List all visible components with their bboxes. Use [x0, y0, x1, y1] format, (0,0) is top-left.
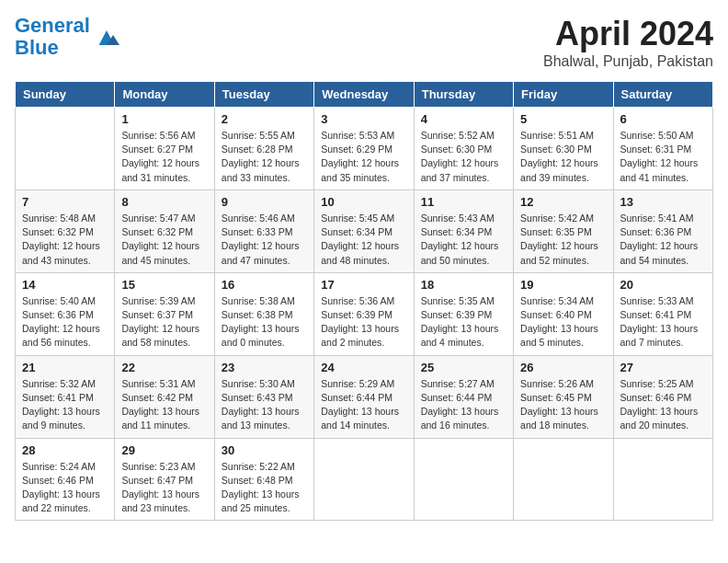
calendar-cell: 27Sunrise: 5:25 AM Sunset: 6:46 PM Dayli… — [613, 355, 712, 438]
day-number: 8 — [121, 195, 207, 209]
calendar-cell: 15Sunrise: 5:39 AM Sunset: 6:37 PM Dayli… — [115, 272, 214, 355]
calendar-cell — [414, 438, 513, 521]
calendar-cell: 2Sunrise: 5:55 AM Sunset: 6:28 PM Daylig… — [214, 108, 313, 190]
calendar-cell: 8Sunrise: 5:47 AM Sunset: 6:32 PM Daylig… — [115, 190, 214, 272]
week-row-2: 7Sunrise: 5:48 AM Sunset: 6:32 PM Daylig… — [16, 190, 713, 272]
calendar-cell: 26Sunrise: 5:26 AM Sunset: 6:45 PM Dayli… — [514, 355, 613, 438]
header: GeneralBlue April 2024 Bhalwal, Punjab, … — [15, 15, 713, 70]
logo-icon — [94, 24, 119, 50]
day-number: 15 — [121, 278, 207, 292]
day-number: 23 — [222, 361, 307, 374]
day-number: 21 — [22, 361, 108, 374]
logo-text: GeneralBlue — [15, 15, 90, 59]
cell-info: Sunrise: 5:24 AM Sunset: 6:46 PM Dayligh… — [22, 460, 108, 516]
day-header-wednesday: Wednesday — [314, 82, 414, 108]
calendar-cell: 11Sunrise: 5:43 AM Sunset: 6:34 PM Dayli… — [414, 190, 513, 272]
month-year: April 2024 — [543, 15, 713, 53]
day-number: 4 — [421, 112, 506, 126]
cell-info: Sunrise: 5:55 AM Sunset: 6:28 PM Dayligh… — [222, 129, 307, 185]
day-number: 11 — [421, 195, 506, 209]
week-row-3: 14Sunrise: 5:40 AM Sunset: 6:36 PM Dayli… — [16, 272, 713, 355]
day-number: 6 — [620, 112, 706, 126]
cell-info: Sunrise: 5:30 AM Sunset: 6:43 PM Dayligh… — [222, 377, 307, 433]
day-number: 14 — [22, 278, 108, 292]
logo: GeneralBlue — [15, 15, 119, 59]
week-row-5: 28Sunrise: 5:24 AM Sunset: 6:46 PM Dayli… — [16, 438, 713, 521]
day-header-thursday: Thursday — [414, 82, 513, 108]
cell-info: Sunrise: 5:46 AM Sunset: 6:33 PM Dayligh… — [222, 212, 307, 268]
day-header-friday: Friday — [514, 82, 613, 108]
calendar-cell — [514, 438, 613, 521]
day-number: 10 — [321, 195, 406, 209]
cell-info: Sunrise: 5:36 AM Sunset: 6:39 PM Dayligh… — [321, 294, 406, 350]
location: Bhalwal, Punjab, Pakistan — [543, 53, 713, 70]
cell-info: Sunrise: 5:34 AM Sunset: 6:40 PM Dayligh… — [520, 294, 606, 350]
week-row-1: 1Sunrise: 5:56 AM Sunset: 6:27 PM Daylig… — [16, 108, 713, 190]
day-number: 3 — [321, 112, 406, 126]
cell-info: Sunrise: 5:29 AM Sunset: 6:44 PM Dayligh… — [321, 377, 406, 433]
cell-info: Sunrise: 5:47 AM Sunset: 6:32 PM Dayligh… — [121, 212, 207, 268]
calendar-cell: 21Sunrise: 5:32 AM Sunset: 6:41 PM Dayli… — [16, 355, 115, 438]
calendar-cell: 9Sunrise: 5:46 AM Sunset: 6:33 PM Daylig… — [214, 190, 313, 272]
day-number: 2 — [222, 112, 307, 126]
cell-info: Sunrise: 5:42 AM Sunset: 6:35 PM Dayligh… — [520, 212, 606, 268]
cell-info: Sunrise: 5:56 AM Sunset: 6:27 PM Dayligh… — [121, 129, 207, 185]
cell-info: Sunrise: 5:32 AM Sunset: 6:41 PM Dayligh… — [22, 377, 108, 433]
day-header-tuesday: Tuesday — [214, 82, 313, 108]
cell-info: Sunrise: 5:25 AM Sunset: 6:46 PM Dayligh… — [620, 377, 706, 433]
calendar-cell — [16, 108, 115, 190]
calendar-cell: 19Sunrise: 5:34 AM Sunset: 6:40 PM Dayli… — [514, 272, 613, 355]
cell-info: Sunrise: 5:33 AM Sunset: 6:41 PM Dayligh… — [620, 294, 706, 350]
day-number: 7 — [22, 195, 108, 209]
day-number: 26 — [520, 361, 606, 374]
day-number: 20 — [620, 278, 706, 292]
calendar-cell: 12Sunrise: 5:42 AM Sunset: 6:35 PM Dayli… — [514, 190, 613, 272]
cell-info: Sunrise: 5:40 AM Sunset: 6:36 PM Dayligh… — [22, 294, 108, 350]
calendar-cell: 28Sunrise: 5:24 AM Sunset: 6:46 PM Dayli… — [16, 438, 115, 521]
cell-info: Sunrise: 5:51 AM Sunset: 6:30 PM Dayligh… — [520, 129, 606, 185]
cell-info: Sunrise: 5:45 AM Sunset: 6:34 PM Dayligh… — [321, 212, 406, 268]
cell-info: Sunrise: 5:27 AM Sunset: 6:44 PM Dayligh… — [421, 377, 506, 433]
cell-info: Sunrise: 5:23 AM Sunset: 6:47 PM Dayligh… — [121, 460, 207, 516]
calendar-table: SundayMondayTuesdayWednesdayThursdayFrid… — [15, 81, 713, 521]
cell-info: Sunrise: 5:43 AM Sunset: 6:34 PM Dayligh… — [421, 212, 506, 268]
day-number: 18 — [421, 278, 506, 292]
day-number: 16 — [222, 278, 307, 292]
day-number: 27 — [620, 361, 706, 374]
day-number: 19 — [520, 278, 606, 292]
cell-info: Sunrise: 5:31 AM Sunset: 6:42 PM Dayligh… — [121, 377, 207, 433]
cell-info: Sunrise: 5:38 AM Sunset: 6:38 PM Dayligh… — [222, 294, 307, 350]
calendar-cell: 1Sunrise: 5:56 AM Sunset: 6:27 PM Daylig… — [115, 108, 214, 190]
day-number: 17 — [321, 278, 406, 292]
day-number: 22 — [121, 361, 207, 374]
cell-info: Sunrise: 5:50 AM Sunset: 6:31 PM Dayligh… — [620, 129, 706, 185]
day-number: 25 — [421, 361, 506, 374]
cell-info: Sunrise: 5:26 AM Sunset: 6:45 PM Dayligh… — [520, 377, 606, 433]
calendar-cell: 10Sunrise: 5:45 AM Sunset: 6:34 PM Dayli… — [314, 190, 414, 272]
calendar-cell — [613, 438, 712, 521]
calendar-cell: 17Sunrise: 5:36 AM Sunset: 6:39 PM Dayli… — [314, 272, 414, 355]
day-number: 9 — [222, 195, 307, 209]
calendar-cell: 29Sunrise: 5:23 AM Sunset: 6:47 PM Dayli… — [115, 438, 214, 521]
day-number: 24 — [321, 361, 406, 374]
day-number: 29 — [121, 443, 207, 457]
cell-info: Sunrise: 5:53 AM Sunset: 6:29 PM Dayligh… — [321, 129, 406, 185]
title-block: April 2024 Bhalwal, Punjab, Pakistan — [543, 15, 713, 70]
week-row-4: 21Sunrise: 5:32 AM Sunset: 6:41 PM Dayli… — [16, 355, 713, 438]
header-row: SundayMondayTuesdayWednesdayThursdayFrid… — [16, 82, 713, 108]
calendar-cell: 5Sunrise: 5:51 AM Sunset: 6:30 PM Daylig… — [514, 108, 613, 190]
day-number: 28 — [22, 443, 108, 457]
calendar-cell: 7Sunrise: 5:48 AM Sunset: 6:32 PM Daylig… — [16, 190, 115, 272]
day-number: 30 — [222, 443, 307, 457]
calendar-cell: 14Sunrise: 5:40 AM Sunset: 6:36 PM Dayli… — [16, 272, 115, 355]
calendar-cell: 13Sunrise: 5:41 AM Sunset: 6:36 PM Dayli… — [613, 190, 712, 272]
calendar-cell — [314, 438, 414, 521]
day-number: 1 — [121, 112, 207, 126]
cell-info: Sunrise: 5:52 AM Sunset: 6:30 PM Dayligh… — [421, 129, 506, 185]
calendar-cell: 23Sunrise: 5:30 AM Sunset: 6:43 PM Dayli… — [214, 355, 313, 438]
cell-info: Sunrise: 5:41 AM Sunset: 6:36 PM Dayligh… — [620, 212, 706, 268]
day-number: 5 — [520, 112, 606, 126]
calendar-cell: 25Sunrise: 5:27 AM Sunset: 6:44 PM Dayli… — [414, 355, 513, 438]
calendar-cell: 6Sunrise: 5:50 AM Sunset: 6:31 PM Daylig… — [613, 108, 712, 190]
calendar-cell: 18Sunrise: 5:35 AM Sunset: 6:39 PM Dayli… — [414, 272, 513, 355]
